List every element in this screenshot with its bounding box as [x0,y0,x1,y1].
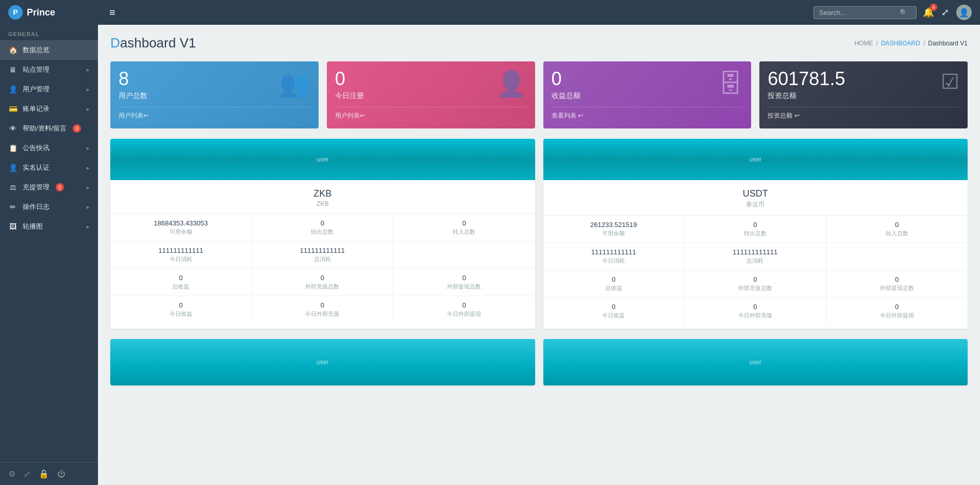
stat-footer-investment[interactable]: 投资总额 ↩ [768,107,959,120]
sidebar-footer: ⚙ ⤢ 🔒 ⏻ [0,462,98,485]
topnav: P Prince ≡ 🔍 🔔 4 ⤢ 👤 [0,0,980,25]
help-badge: 0 [73,124,81,133]
coin-panel-usdt: user USDT 泰达币 261233.521519 可用余额 0 转出总数 [543,139,968,329]
sidebar-item-label: 账单记录 [23,104,49,114]
stat-footer-register[interactable]: 用户列表↩ [335,107,527,120]
stat-cards: 8 用户总数 👥 用户列表↩ 0 今日注册 👤 用户列表↩ 0 收益总额 🗄 [110,61,968,128]
topnav-icons: 🔔 4 ⤢ 👤 [923,5,972,20]
usdt-banner-text: user [750,156,761,163]
search-icon: 🔍 [900,9,908,17]
zkb-stat-today-ext-recharge: 0 今日外部充值 [252,296,394,323]
usdt-subtitle: 泰达币 [543,200,968,209]
usdt-title: USDT [543,188,968,200]
stat-card-investment: 601781.5 投资总额 ☑ 投资总额 ↩ [759,61,968,128]
page-header: Dashboard V1 HOME / DASHBOARD / Dashboar… [110,35,968,51]
card-icon: 💳 [8,105,18,113]
zkb-stat-available: 18684353.433053 可用余额 [110,214,252,241]
image-icon: 🖼 [8,222,18,231]
sidebar-item-operation-log[interactable]: ✏ 操作日志 ▸ [0,197,98,217]
sidebar-item-label: 数据总览 [23,45,49,55]
layout: GENERAL 🏠 数据总览 🖥 站点管理 ▸ 👤 用户管理 ▸ 💳 账单记录 … [0,25,980,485]
usdt-stats-row2: 111111111111 今日消耗 111111111111 总消耗 [543,242,968,270]
page-title: Dashboard V1 [110,35,196,51]
stat-card-users: 8 用户总数 👥 用户列表↩ [110,61,319,128]
recharge-badge: 0 [56,183,64,191]
usdt-body: USDT 泰达币 261233.521519 可用余额 0 转出总数 0 [543,180,968,329]
chevron-right-icon: ▸ [87,223,90,230]
chevron-right-icon: ▸ [87,106,90,112]
stat-card-register: 0 今日注册 👤 用户列表↩ [327,61,535,128]
zkb-title: ZKB [110,188,535,200]
home-icon: 🏠 [8,46,18,54]
zkb-available-value: 18684353.433053 [112,219,250,227]
stat-label-investment: 投资总额 [768,91,959,101]
usdt-banner: user [543,139,968,180]
zkb-stat-today-revenue: 0 今日收益 [110,296,252,323]
chevron-right-icon: ▸ [87,184,90,191]
chevron-right-icon: ▸ [87,145,90,152]
stat-footer-users[interactable]: 用户列表↩ [119,107,310,120]
zkb-stats-row2: 111111111111 今日消耗 111111111111 总消耗 [110,241,535,268]
coin-panel-zkb: user ZKB ZKB 18684353.433053 可用余额 0 转出总数 [110,139,535,329]
breadcrumb-home[interactable]: HOME [855,40,873,47]
sidebar-section-label: GENERAL [0,25,98,40]
expand-button[interactable]: ⤢ [941,7,949,18]
zkb-available-label: 可用余额 [112,228,250,236]
coin-panels-row: user ZKB ZKB 18684353.433053 可用余额 0 转出总数 [110,139,968,329]
sidebar-item-user-manage[interactable]: 👤 用户管理 ▸ [0,79,98,99]
breadcrumb-dashboard[interactable]: DASHBOARD [881,40,920,47]
sidebar-item-real-name[interactable]: 👤 实名认证 ▸ [0,158,98,177]
stat-footer-revenue[interactable]: 查看列表 ↩ [552,107,743,120]
zkb-banner-text: user [317,156,328,163]
sidebar-item-announcement[interactable]: 📋 公告快讯 ▸ [0,138,98,158]
sidebar-item-carousel[interactable]: 🖼 轮播图 ▸ [0,217,98,236]
search-input[interactable] [819,9,896,17]
sidebar-item-site-manage[interactable]: 🖥 站点管理 ▸ [0,60,98,79]
breadcrumb-sep2: / [923,40,925,47]
app-name: Prince [27,7,55,18]
sidebar: GENERAL 🏠 数据总览 🖥 站点管理 ▸ 👤 用户管理 ▸ 💳 账单记录 … [0,25,98,485]
zkb-stats-row1: 18684353.433053 可用余额 0 转出总数 0 转入总数 [110,214,535,241]
stat-card-revenue: 0 收益总额 🗄 查看列表 ↩ [543,61,752,128]
menu-toggle-button[interactable]: ≡ [109,7,115,19]
zkb-stat-total-revenue: 0 总收益 [110,269,252,296]
search-box[interactable]: 🔍 [813,6,917,19]
zkb-stat-transfer-out: 0 转出总数 [252,214,394,241]
users-icon: 👥 [279,70,310,99]
breadcrumb: HOME / DASHBOARD / Dashboard V1 [855,40,968,47]
notification-button[interactable]: 🔔 4 [923,7,934,18]
power-icon[interactable]: ⏻ [57,470,65,479]
sidebar-item-label: 用户管理 [23,85,49,94]
checkmark-icon: ☑ [941,70,959,93]
user-avatar[interactable]: 👤 [956,5,972,20]
zkb-subtitle: ZKB [110,200,535,207]
sidebar-item-label: 充提管理 [23,183,49,192]
sidebar-item-label: 轮播图 [23,222,43,231]
zkb-stat-total-consume: 111111111111 总消耗 [252,241,394,268]
sidebar-item-label: 实名认证 [23,163,49,172]
fullscreen-icon[interactable]: ⤢ [24,469,30,479]
logo-icon: P [8,5,23,20]
chevron-right-icon: ▸ [87,67,90,73]
id-icon: 👤 [8,164,18,172]
sidebar-item-help-material[interactable]: 👁 帮助/资料/留言 0 [0,119,98,138]
zkb-stat-today-ext-withdraw: 0 今日外部提现 [393,296,535,323]
monitor-icon: 🖥 [8,66,18,74]
bottom-panel-left: user [110,339,535,385]
database-icon: 🗄 [718,70,743,98]
lock-icon[interactable]: 🔒 [39,469,49,479]
sidebar-item-recharge-manage[interactable]: ⚖ 充提管理 0 ▸ [0,177,98,197]
zkb-stats-row4: 0 今日收益 0 今日外部充值 0 今日外部提现 [110,296,535,323]
settings-icon[interactable]: ⚙ [8,469,15,479]
sidebar-item-account-records[interactable]: 💳 账单记录 ▸ [0,99,98,119]
stat-label-revenue: 收益总额 [552,91,743,101]
usdt-stats-row1: 261233.521519 可用余额 0 转出总数 0 转入总数 [543,215,968,242]
eye-icon: 👁 [8,124,18,133]
usdt-stats-row4: 0 今日收益 0 今日外部充值 0 今日外部提现 [543,297,968,325]
sidebar-item-label: 站点管理 [23,65,49,74]
zkb-body: ZKB ZKB 18684353.433053 可用余额 0 转出总数 [110,180,535,327]
sidebar-item-dashboard[interactable]: 🏠 数据总览 [0,40,98,60]
zkb-stat-ext-withdraw: 0 外部提现总数 [393,269,535,296]
zkb-stat-ext-recharge: 0 外部充值总数 [252,269,394,296]
sidebar-item-label: 公告快讯 [23,143,49,153]
